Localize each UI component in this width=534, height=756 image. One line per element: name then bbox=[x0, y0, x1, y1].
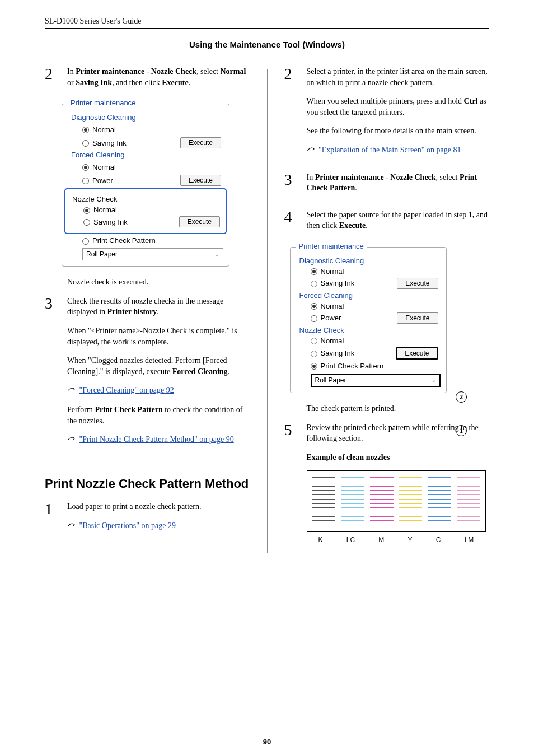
nozzle-labels: K LC M Y C LM bbox=[307, 535, 486, 545]
t: Execute bbox=[162, 78, 188, 87]
forced-cleaning-label: Forced Cleaning bbox=[68, 151, 223, 159]
t: . bbox=[355, 184, 357, 192]
nozzle-execute-button[interactable]: Execute bbox=[396, 347, 438, 360]
t: . bbox=[189, 78, 191, 87]
page-number: 90 bbox=[0, 738, 534, 746]
t: - bbox=[384, 173, 391, 181]
t: , and then click bbox=[112, 78, 162, 87]
pointer-icon bbox=[67, 521, 77, 532]
left-step-3-number: 3 bbox=[45, 296, 67, 454]
nozzle-check-executed: Nozzle check is executed. bbox=[67, 277, 250, 288]
radio-icon bbox=[82, 164, 89, 171]
paper-source-select[interactable]: Roll Paper⌄ bbox=[311, 374, 441, 387]
forced-normal-radio[interactable]: Normal bbox=[68, 163, 201, 171]
print-pattern-radio[interactable]: Print Check Pattern bbox=[296, 362, 441, 370]
radio-icon bbox=[83, 207, 90, 214]
print-pattern-link[interactable]: "Print Nozzle Check Pattern Method" on p… bbox=[79, 435, 234, 444]
t: Saving Ink bbox=[321, 349, 355, 357]
radio-icon bbox=[311, 303, 317, 310]
t: Printer history bbox=[107, 307, 157, 316]
diag-normal-radio[interactable]: Normal bbox=[68, 125, 201, 134]
t: Normal bbox=[93, 206, 117, 214]
forced-cleaning-link[interactable]: "Forced Cleaning" on page 92 bbox=[79, 386, 174, 394]
right-step-5-text: Review the printed check pattern while r… bbox=[307, 422, 490, 545]
paper-source-select[interactable]: Roll Paper⌄ bbox=[82, 248, 223, 260]
diag-saving-radio[interactable]: Saving Ink bbox=[68, 139, 180, 147]
diagnostic-cleaning-label: Diagnostic Cleaning bbox=[68, 113, 223, 122]
nozzle-saving-radio[interactable]: Saving Ink bbox=[69, 218, 179, 226]
t: . bbox=[366, 221, 368, 230]
t: Print Check Pattern bbox=[92, 236, 156, 245]
t: Perform bbox=[67, 405, 95, 414]
header-rule bbox=[45, 28, 489, 29]
forced-execute-button[interactable]: Execute bbox=[180, 175, 221, 186]
t: Normal bbox=[321, 337, 344, 345]
label-m: M bbox=[378, 535, 384, 545]
diag-execute-button[interactable]: Execute bbox=[397, 278, 438, 289]
radio-icon bbox=[82, 238, 89, 245]
radio-icon bbox=[311, 268, 317, 275]
right-step-2-number: 2 bbox=[284, 66, 307, 164]
nozzle-check-highlight: Nozzle Check Normal Saving Ink Execute bbox=[64, 188, 227, 234]
nozzle-normal-radio[interactable]: Normal bbox=[296, 337, 441, 345]
example-heading: Example of clean nozzles bbox=[307, 453, 390, 461]
nozzle-saving-radio[interactable]: Saving Ink bbox=[296, 349, 396, 357]
pattern-printed-text: The check pattern is printed. bbox=[307, 403, 490, 414]
callout-2: 2 bbox=[456, 391, 467, 403]
diag-normal-radio[interactable]: Normal bbox=[296, 267, 441, 276]
pointer-icon bbox=[67, 385, 77, 396]
section-heading: Print Nozzle Check Pattern Method bbox=[45, 477, 250, 491]
nozzle-check-label: Nozzle Check bbox=[69, 195, 222, 203]
t: Forced Cleaning bbox=[172, 367, 228, 376]
left-step-1-text: Load paper to print a nozzle check patte… bbox=[67, 501, 250, 539]
forced-power-radio[interactable]: Power bbox=[68, 176, 180, 185]
t: Print Check Pattern bbox=[95, 405, 162, 414]
section-title: Using the Maintenance Tool (Windows) bbox=[45, 40, 489, 49]
select-value: Roll Paper bbox=[86, 250, 118, 258]
t: . bbox=[157, 307, 159, 316]
t: Select the paper source for the paper lo… bbox=[307, 211, 488, 230]
radio-icon bbox=[82, 178, 89, 184]
forced-execute-button[interactable]: Execute bbox=[397, 312, 438, 324]
panel-legend: Printer maintenance bbox=[296, 242, 367, 250]
t: , select bbox=[196, 67, 220, 76]
label-y: Y bbox=[408, 535, 413, 545]
printer-maintenance-panel-1: Printer maintenance Diagnostic Cleaning … bbox=[62, 104, 229, 267]
t: or bbox=[67, 78, 76, 87]
t: - bbox=[144, 67, 151, 76]
basic-operations-link[interactable]: "Basic Operations" on page 29 bbox=[79, 521, 176, 530]
radio-icon bbox=[311, 338, 317, 344]
t: Normal bbox=[321, 302, 344, 310]
label-lm: LM bbox=[465, 535, 474, 545]
t: Print Check Pattern bbox=[321, 362, 384, 370]
right-step-2-text: Select a printer, in the printer list ar… bbox=[307, 66, 490, 164]
t: Printer maintenance bbox=[315, 173, 384, 181]
panel-legend: Printer maintenance bbox=[68, 99, 138, 107]
radio-icon bbox=[311, 351, 317, 357]
chevron-down-icon: ⌄ bbox=[432, 377, 436, 383]
callout-1: 1 bbox=[456, 425, 467, 436]
diag-execute-button[interactable]: Execute bbox=[180, 137, 221, 148]
main-screen-link[interactable]: "Explanation of the Main Screen" on page… bbox=[318, 146, 461, 154]
t: Saving Ink bbox=[321, 279, 355, 287]
radio-icon bbox=[83, 219, 90, 226]
label-k: K bbox=[318, 535, 323, 545]
diag-saving-radio[interactable]: Saving Ink bbox=[296, 279, 397, 287]
t: Normal bbox=[92, 163, 116, 171]
forced-normal-radio[interactable]: Normal bbox=[296, 302, 441, 310]
right-step-4-text: Select the paper source for the paper lo… bbox=[307, 209, 490, 239]
forced-power-radio[interactable]: Power bbox=[296, 314, 397, 322]
t: In bbox=[67, 67, 76, 76]
column-divider bbox=[267, 69, 268, 553]
t: Normal bbox=[321, 267, 344, 276]
radio-icon bbox=[311, 281, 317, 287]
nozzle-normal-radio[interactable]: Normal bbox=[69, 206, 222, 214]
forced-cleaning-label: Forced Cleaning bbox=[296, 291, 441, 300]
left-step-2-text: In Printer maintenance - Nozzle Check, s… bbox=[67, 66, 250, 96]
diagnostic-cleaning-label: Diagnostic Cleaning bbox=[296, 256, 441, 265]
t: Printer maintenance bbox=[76, 67, 144, 76]
left-step-2-number: 2 bbox=[45, 66, 67, 96]
print-pattern-radio[interactable]: Print Check Pattern bbox=[68, 236, 223, 245]
t: Saving Ink bbox=[76, 78, 112, 87]
nozzle-execute-button[interactable]: Execute bbox=[179, 216, 220, 227]
